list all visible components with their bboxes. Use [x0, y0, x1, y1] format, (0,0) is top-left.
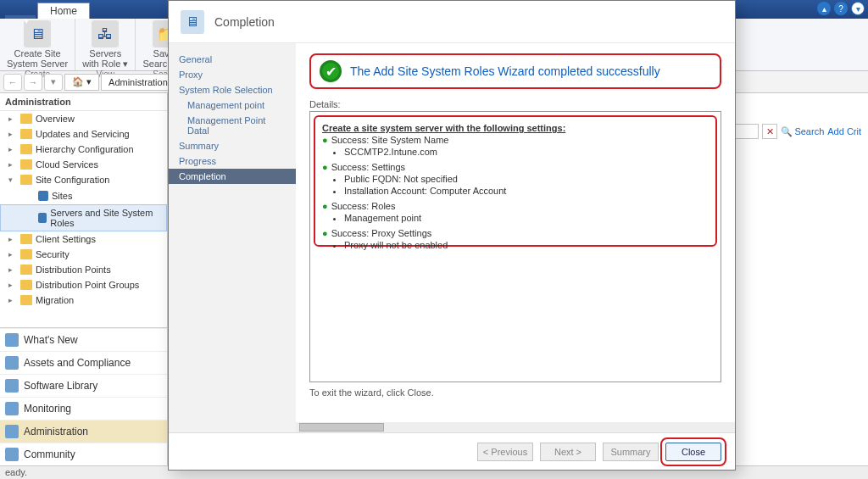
wizard-title: Completion: [214, 15, 275, 29]
title-help-icons: ▴ ? ▾: [817, 2, 865, 15]
wizard-scrollbar[interactable]: [296, 422, 735, 432]
history-button[interactable]: ▾: [44, 74, 63, 91]
workspace-what's-new[interactable]: What's New: [0, 328, 167, 351]
wizard-buttons: < Previous Next > Summary Close: [169, 432, 735, 470]
home-tab[interactable]: Home: [37, 3, 90, 19]
folder-icon: [20, 144, 32, 154]
wizard-steps: GeneralProxySystem Role SelectionManagem…: [169, 43, 296, 432]
add-criteria-button[interactable]: Add Crit: [827, 126, 861, 136]
wizard-step-system-role-selection[interactable]: System Role Selection: [169, 82, 296, 97]
workspace-icon: [5, 448, 19, 461]
folder-icon: [20, 295, 32, 305]
wizard-step-general[interactable]: General: [169, 52, 296, 67]
folder-icon: [20, 265, 32, 275]
folder-icon: [20, 159, 32, 170]
wizard-header: 🖥 Completion: [169, 1, 735, 43]
servers-icon: 🖧: [92, 20, 119, 47]
folder-icon: [20, 129, 32, 139]
node-icon: [38, 191, 48, 201]
workspace-administration[interactable]: Administration: [0, 420, 167, 443]
nav-item-servers-and-site-system-roles[interactable]: Servers and Site System Roles: [0, 204, 167, 231]
nav-pane: Administration ▸Overview▸Updates and Ser…: [0, 93, 168, 465]
nav-item-cloud-services[interactable]: ▸Cloud Services: [0, 157, 167, 172]
wizard-success-banner: ✔ The Add Site System Roles Wizard compl…: [309, 53, 721, 89]
wizard-step-progress[interactable]: Progress: [169, 153, 296, 169]
create-site-server-button[interactable]: 🖥 Create SiteSystem Server Create: [0, 19, 75, 70]
previous-button: < Previous: [477, 443, 533, 461]
details-label: Details:: [309, 99, 721, 109]
folder-icon: [20, 234, 32, 244]
nav-item-updates-and-servicing[interactable]: ▸Updates and Servicing: [0, 126, 167, 142]
close-button[interactable]: Close: [665, 443, 721, 461]
nav-item-distribution-points[interactable]: ▸Distribution Points: [0, 262, 167, 277]
workspace-community[interactable]: Community: [0, 443, 167, 465]
workspace-icon: [5, 402, 19, 415]
wizard-dialog: 🖥 Completion GeneralProxySystem Role Sel…: [168, 0, 736, 471]
workspace-icon: [5, 379, 19, 393]
wizard-content: ✔ The Add Site System Roles Wizard compl…: [296, 43, 735, 432]
node-icon: [38, 213, 47, 223]
success-check-icon: ✔: [320, 60, 342, 82]
breadcrumb-root-icon[interactable]: 🏠 ▾: [64, 74, 99, 91]
nav-item-security[interactable]: ▸Security: [0, 247, 167, 262]
folder-icon: [20, 280, 32, 290]
nav-item-overview[interactable]: ▸Overview: [0, 111, 167, 126]
forward-button[interactable]: →: [24, 74, 42, 91]
details-highlight: Create a site system server with the fol…: [314, 115, 717, 247]
folder-icon: [20, 249, 32, 259]
clear-search-icon[interactable]: ✕: [762, 124, 777, 139]
workspace-assets-and-compliance[interactable]: Assets and Compliance: [0, 351, 167, 374]
wizard-step-management-point[interactable]: Management point: [169, 97, 296, 113]
details-box: Create a site system server with the fol…: [309, 111, 721, 382]
wizard-success-text: The Add Site System Roles Wizard complet…: [350, 64, 660, 78]
back-button[interactable]: ←: [3, 74, 22, 91]
workspace-icon: [5, 425, 19, 438]
nav-item-site-configuration[interactable]: ▾Site Configuration: [0, 172, 167, 187]
folder-icon: [20, 114, 32, 124]
search-button[interactable]: 🔍 Search: [781, 126, 824, 137]
servers-with-role-button[interactable]: 🖧 Serverswith Role ▾ View: [75, 19, 136, 70]
wunderbar: What's NewAssets and ComplianceSoftware …: [0, 327, 167, 465]
nav-item-migration[interactable]: ▸Migration: [0, 292, 167, 308]
nav-item-client-settings[interactable]: ▸Client Settings: [0, 231, 167, 247]
nav-item-hierarchy-configuration[interactable]: ▸Hierarchy Configuration: [0, 142, 167, 157]
nav-item-sites[interactable]: Sites: [0, 187, 167, 204]
exit-hint: To exit the wizard, click Close.: [309, 387, 721, 398]
wizard-step-proxy[interactable]: Proxy: [169, 67, 296, 82]
help-icon[interactable]: ?: [834, 2, 848, 15]
file-tab[interactable]: [5, 15, 36, 19]
nav-header: Administration: [0, 93, 167, 111]
workspace-monitoring[interactable]: Monitoring: [0, 397, 167, 420]
wizard-step-completion[interactable]: Completion: [169, 169, 296, 184]
wizard-step-management-point-datal[interactable]: Management Point Datal: [169, 113, 296, 138]
dropdown-icon[interactable]: ▾: [851, 2, 865, 15]
wizard-icon: 🖥: [181, 10, 204, 34]
expand-icon[interactable]: ▴: [817, 2, 831, 15]
nav-item-distribution-point-groups[interactable]: ▸Distribution Point Groups: [0, 277, 167, 292]
workspace-icon: [5, 356, 19, 370]
workspace-software-library[interactable]: Software Library: [0, 374, 167, 397]
next-button: Next >: [540, 443, 596, 461]
folder-icon: [20, 175, 32, 185]
summary-button: Summary: [603, 443, 659, 461]
wizard-step-summary[interactable]: Summary: [169, 138, 296, 153]
workspace-icon: [5, 333, 19, 347]
